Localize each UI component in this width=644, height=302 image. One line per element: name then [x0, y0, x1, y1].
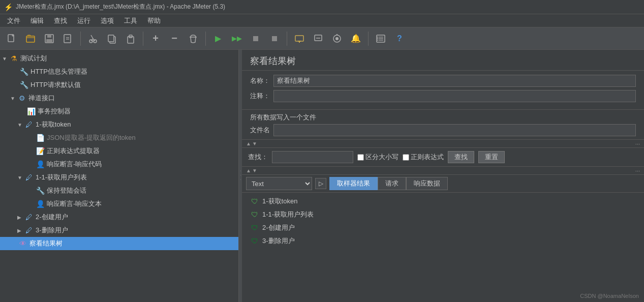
regex-label[interactable]: 正则表达式	[403, 153, 444, 162]
stop-now-button[interactable]: ⏹	[266, 30, 283, 47]
tree-item-session[interactable]: 🔧 保持登陆会话	[0, 184, 238, 197]
menu-find[interactable]: 查找	[49, 15, 72, 26]
result-label-3: 2-创建用户	[262, 223, 295, 232]
all-data-label: 所有数据写入一个文件	[250, 113, 316, 122]
new-button[interactable]	[3, 30, 20, 47]
svg-point-30	[377, 37, 378, 38]
name-input[interactable]	[273, 75, 636, 87]
assert-icon-2: 👤	[36, 199, 45, 208]
tree-label-delete-user: 3-删除用户	[36, 226, 68, 235]
result-item-1[interactable]: 🛡 1-获取token	[242, 195, 644, 208]
app-icon: ⚡	[4, 3, 13, 11]
case-sensitive-checkbox[interactable]	[357, 154, 364, 161]
svg-rect-18	[295, 36, 303, 41]
tree-item-http-default[interactable]: 🔧 HTTP请求默认值	[0, 78, 238, 92]
wrench-icon-1: 🔧	[19, 67, 28, 76]
case-sensitive-text: 区分大小写	[365, 153, 398, 162]
remove-button[interactable]: −	[166, 30, 183, 47]
tree-item-token[interactable]: ▼ 🖊 1-获取token	[0, 118, 238, 131]
menu-help[interactable]: 帮助	[142, 15, 166, 26]
file-name-row: 文件名	[250, 124, 636, 136]
gear-icon: ⚙	[17, 94, 26, 103]
open-button[interactable]	[22, 30, 39, 47]
regex-icon: 📝	[36, 146, 45, 156]
file-name-input[interactable]	[273, 124, 636, 136]
tree-item-create-user[interactable]: ▶ 🖊 2-创建用户	[0, 210, 238, 224]
tree-item-controller[interactable]: 📊 事务控制器	[0, 105, 238, 118]
result-item-4[interactable]: 🛡 3-删除用户	[242, 234, 644, 248]
resize-up-2[interactable]: ▲	[246, 168, 251, 173]
file-name-label: 文件名	[250, 126, 273, 135]
separator-2	[143, 32, 143, 46]
comment-input[interactable]	[273, 90, 636, 102]
tree-item-test-plan[interactable]: ▼ ⚗ 测试计划	[0, 52, 238, 65]
tab-response-data[interactable]: 响应数据	[406, 177, 448, 190]
find-button[interactable]: 查找	[448, 151, 474, 163]
resize-up-1[interactable]: ▲	[246, 141, 251, 146]
tab-buttons: 取样器结果 请求 响应数据	[329, 177, 448, 190]
more-button-1[interactable]: ···	[635, 141, 640, 147]
run-button[interactable]: ▶	[209, 30, 227, 47]
menu-options[interactable]: 选项	[96, 15, 119, 26]
regex-checkbox[interactable]	[403, 154, 409, 161]
tree-item-regex[interactable]: 📝 正则表达式提取器	[0, 144, 238, 158]
result-list: 🛡 1-获取token 🛡 1-1-获取用户列表 🛡 2-创建用户 🛡 3-删除…	[242, 193, 644, 302]
remote-clear-button[interactable]	[328, 30, 346, 47]
help-button[interactable]: ?	[391, 30, 408, 47]
stop-button[interactable]: ⏹	[247, 30, 264, 47]
menu-file[interactable]: 文件	[2, 15, 25, 26]
tree-label-controller: 事务控制器	[38, 107, 71, 116]
svg-rect-1	[26, 36, 35, 42]
search-input[interactable]	[272, 151, 353, 163]
tree-item-delete-user[interactable]: ▶ 🖊 3-删除用户	[0, 224, 238, 237]
resize-arrows-1: ▲ ▼	[246, 141, 257, 146]
tree-item-assert-text[interactable]: 👤 响应断言-响应文本	[0, 197, 238, 210]
run-thread-button[interactable]: ▶▶	[228, 30, 246, 47]
tree-item-json-extractor[interactable]: 📄 JSON提取器-提取返回的token	[0, 131, 238, 144]
cut-button[interactable]	[84, 30, 102, 47]
bottom-section: Text RegExp Tester CSS/JQuery Tester XPa…	[242, 175, 644, 302]
tree-item-http-header[interactable]: 🔧 HTTP信息头管理器	[0, 65, 238, 78]
bell-button[interactable]: 🔔	[347, 30, 364, 47]
menu-run[interactable]: 运行	[72, 15, 96, 26]
resize-arrows-2: ▲ ▼	[246, 168, 257, 173]
svg-point-24	[335, 37, 339, 40]
save-as-button[interactable]	[59, 30, 77, 47]
tree-item-assert-code[interactable]: 👤 响应断言-响应代码	[0, 158, 238, 171]
copy-button[interactable]	[103, 30, 120, 47]
menu-tools[interactable]: 工具	[119, 15, 142, 26]
clear-button[interactable]	[185, 30, 202, 47]
tab-sampler-result[interactable]: 取样器结果	[329, 177, 378, 190]
name-label: 名称：	[250, 76, 273, 85]
http-icon-2: 🖊	[24, 173, 34, 182]
view-type-dropdown[interactable]: Text RegExp Tester CSS/JQuery Tester XPa…	[246, 177, 312, 190]
svg-rect-5	[64, 35, 71, 43]
reset-button[interactable]: 重置	[478, 151, 505, 163]
list-button[interactable]	[372, 30, 389, 47]
case-sensitive-label[interactable]: 区分大小写	[357, 153, 398, 162]
main-area: ▼ ⚗ 测试计划 🔧 HTTP信息头管理器 🔧 HTTP请求默认值 ▼ ⚙ 禅道…	[0, 50, 644, 302]
save-button[interactable]	[41, 30, 58, 47]
paste-button[interactable]	[122, 30, 139, 47]
tree-label-create-user: 2-创建用户	[36, 213, 68, 222]
expand-button[interactable]: ▷	[315, 178, 326, 189]
resize-down-2[interactable]: ▼	[252, 168, 257, 173]
menu-edit[interactable]: 编辑	[25, 15, 49, 26]
flask-icon: ⚗	[9, 54, 18, 63]
remote-run-button[interactable]	[291, 30, 308, 47]
tree-label-json: JSON提取器-提取返回的token	[47, 133, 136, 142]
tree-item-result-tree[interactable]: 👁 察看结果树	[0, 237, 238, 250]
tree-item-user-list[interactable]: ▼ 🖊 1-1-获取用户列表	[0, 171, 238, 184]
add-button[interactable]: +	[147, 30, 164, 47]
result-item-2[interactable]: 🛡 1-1-获取用户列表	[242, 208, 644, 221]
tree-item-channel[interactable]: ▼ ⚙ 禅道接口	[0, 92, 238, 105]
resize-down-1[interactable]: ▼	[252, 141, 257, 146]
wrench-icon-3: 🔧	[36, 186, 45, 195]
arrow-channel: ▼	[10, 96, 17, 101]
svg-line-12	[91, 35, 93, 39]
more-button-2[interactable]: ···	[635, 168, 640, 174]
resize-row-2: ▲ ▼ ···	[242, 167, 644, 175]
result-item-3[interactable]: 🛡 2-创建用户	[242, 221, 644, 234]
remote-stop-button[interactable]	[310, 30, 327, 47]
tab-request[interactable]: 请求	[378, 177, 406, 190]
